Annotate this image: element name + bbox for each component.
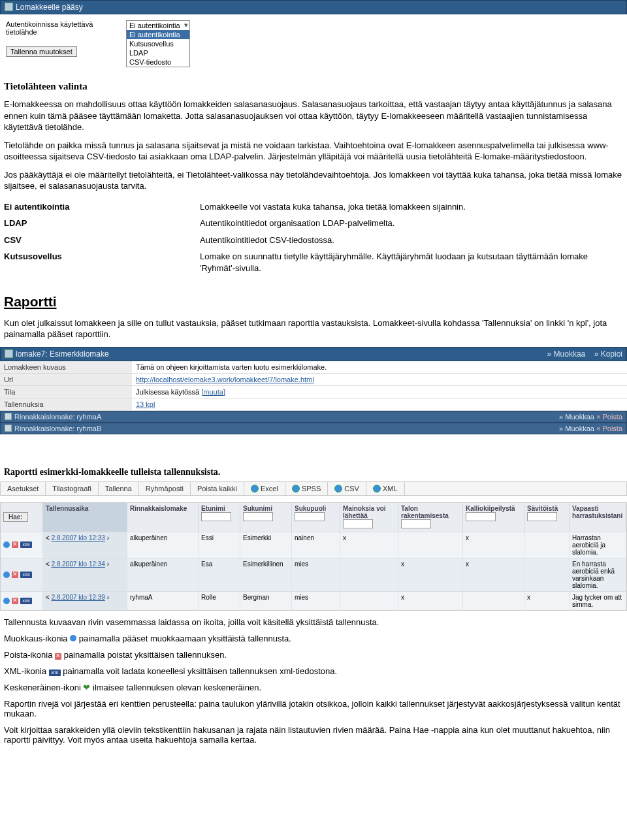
col-header[interactable]: Sävitöistä [524, 503, 570, 532]
toolbar-item[interactable]: Tilastograafi [46, 482, 99, 495]
filter-input[interactable] [343, 519, 373, 528]
edit-icon[interactable] [3, 572, 10, 578]
auth-dropdown[interactable]: Ei autentikointia Ei autentikointia Kuts… [126, 20, 190, 67]
dropdown-option[interactable]: Ei autentikointia [127, 30, 189, 39]
def-value: Lomakkeelle voi vastata kuka tahansa, jo… [200, 199, 623, 213]
edit-icon[interactable] [3, 598, 10, 604]
export-spss[interactable]: SPSS [285, 482, 328, 495]
filter-input[interactable] [527, 512, 557, 521]
delete-icon[interactable]: ✕ [12, 598, 18, 604]
export-icon [373, 485, 381, 493]
cell: mies [292, 558, 340, 591]
subform-title: Rinnakkaislomake: ryhmaB [14, 425, 101, 432]
edit-icon[interactable] [3, 541, 10, 548]
table-row: ✕xml < 2.8.2007 klo 12:33 › alkuperäinen… [1, 532, 626, 558]
cell: x [398, 558, 463, 591]
delete-link[interactable]: × Poista [596, 413, 622, 421]
filter-input[interactable] [466, 512, 496, 521]
export-excel[interactable]: Excel [244, 482, 285, 495]
delete-link[interactable]: × Poista [596, 425, 622, 432]
cell: Harrastan aerobiciä ja slalomia. [570, 532, 626, 558]
prop-value: Tämä on ohjeen kirjoittamista varten luo… [132, 361, 627, 374]
collapse-icon[interactable] [5, 3, 13, 11]
auth-label: Autentikoinnissa käytettävä tietolähde [6, 20, 93, 36]
cell [524, 558, 570, 591]
table-row: Lomakkeen kuvausTämä on ohjeen kirjoitta… [0, 361, 627, 374]
paragraph: E-lomakkeessa on mahdollisuus ottaa käyt… [4, 99, 623, 133]
time-link[interactable]: 2.8.2007 klo 12:39 [52, 594, 105, 601]
panel-title: Lomakkeelle pääsy [16, 3, 83, 12]
toolbar-item[interactable]: Tallenna [99, 482, 139, 495]
xml-icon[interactable]: xml [20, 572, 32, 578]
cell: Esimerkki [240, 532, 292, 558]
col-header[interactable]: Rinnakkaislomake [127, 503, 199, 532]
delete-icon[interactable]: ✕ [12, 572, 18, 578]
subform-bar: Rinnakkaislomake: ryhmaB » Muokkaa × Poi… [0, 423, 627, 434]
col-header[interactable]: Vapaasti harrastuksistani [570, 503, 626, 532]
delete-icon[interactable]: ✕ [12, 541, 18, 548]
collapse-icon[interactable] [5, 349, 13, 358]
col-header[interactable]: Sukunimi [240, 503, 292, 532]
search-button[interactable]: Hae: [3, 512, 28, 522]
expand-icon[interactable] [5, 413, 12, 420]
delete-icon: ✕ [55, 653, 61, 660]
form-title: lomake7: Esimerkkilomake [16, 349, 109, 359]
incomplete-icon: ❤ [83, 683, 90, 692]
export-xml[interactable]: XML [366, 482, 405, 495]
filter-input[interactable] [243, 512, 273, 521]
paragraph: Kun olet julkaissut lomakkeen ja sille o… [4, 317, 623, 340]
xml-icon[interactable]: xml [20, 541, 32, 548]
filter-input[interactable] [201, 512, 231, 521]
section-heading: Tietolähteen valinta [4, 81, 623, 92]
col-header[interactable]: Mainoksia voi lähettää [340, 503, 398, 532]
paragraph: Tallennusta kuvaavan rivin vasemmassa la… [4, 617, 623, 627]
expand-icon[interactable] [5, 425, 12, 432]
grid-header-row: Hae: Tallennusaika Rinnakkaislomake Etun… [1, 503, 626, 532]
cell: Esimerkillinen [240, 558, 292, 591]
save-button[interactable]: Tallenna muutokset [6, 46, 77, 57]
cell: En harrasta aerobiciä enkä varsinkaan sl… [570, 558, 626, 591]
xml-icon: xml [49, 670, 61, 676]
xml-icon[interactable]: xml [20, 598, 32, 604]
def-value: Lomake on suunnattu tietylle käyttäjäryh… [200, 248, 623, 274]
def-term: CSV [4, 232, 200, 246]
cell: Bergman [240, 592, 292, 610]
report-toolbar: Asetukset Tilastograafi Tallenna Ryhmäpo… [0, 481, 627, 496]
dropdown-option[interactable]: LDAP [127, 48, 189, 57]
col-header[interactable]: Kalliokiipeilystä [463, 503, 524, 532]
toolbar-item[interactable]: Poista kaikki [191, 482, 244, 495]
def-term: Ei autentikointia [4, 199, 200, 213]
export-icon [292, 485, 300, 493]
icon-description: Keskeneräinen-ikoni ❤ ilmaisee tallennuk… [4, 683, 623, 692]
report-subheading: Raportti esimerkki-lomakkeelle tulleista… [4, 467, 623, 477]
paragraph: Tietolähde on paikka missä tunnus ja sal… [4, 140, 623, 163]
cell: Rolle [199, 592, 240, 610]
edit-link[interactable]: » Muokkaa [547, 349, 586, 359]
time-link[interactable]: 2.8.2007 klo 12:33 [52, 534, 105, 541]
count-link[interactable]: 13 kpl [136, 400, 155, 408]
col-header[interactable]: Sukupuoli [292, 503, 340, 532]
col-header[interactable]: Talon rakentamisesta [398, 503, 463, 532]
export-csv[interactable]: CSV [328, 482, 366, 495]
table-row: Urlhttp://localhost/elomake3.work/lomakk… [0, 373, 627, 385]
subform-title: Rinnakkaislomake: ryhmaA [14, 413, 101, 421]
cell: x [340, 532, 398, 558]
copy-link[interactable]: » Kopioi [594, 349, 622, 359]
col-header[interactable]: Tallennusaika [43, 503, 127, 532]
form-header-bar: lomake7: Esimerkkilomake » Muokkaa » Kop… [0, 347, 627, 361]
dropdown-option[interactable]: Kutsusovellus [127, 39, 189, 48]
definitions-list: Ei autentikointiaLomakkeelle voi vastata… [4, 199, 623, 274]
change-link[interactable]: [muuta] [201, 388, 225, 396]
toolbar-item[interactable]: Ryhmäposti [139, 482, 191, 495]
toolbar-item[interactable]: Asetukset [1, 482, 46, 495]
time-link[interactable]: 2.8.2007 klo 12:34 [52, 560, 105, 568]
filter-input[interactable] [401, 519, 431, 528]
filter-input[interactable] [295, 512, 325, 521]
url-link[interactable]: http://localhost/elomake3.work/lomakkeet… [136, 376, 314, 383]
edit-link[interactable]: » Muokkaa [559, 425, 594, 432]
col-header[interactable]: Etunimi [199, 503, 240, 532]
raportti-heading: Raportti [4, 294, 623, 310]
dropdown-option[interactable]: CSV-tiedosto [127, 57, 189, 67]
edit-link[interactable]: » Muokkaa [559, 413, 594, 421]
dropdown-selected[interactable]: Ei autentikointia [127, 21, 189, 30]
